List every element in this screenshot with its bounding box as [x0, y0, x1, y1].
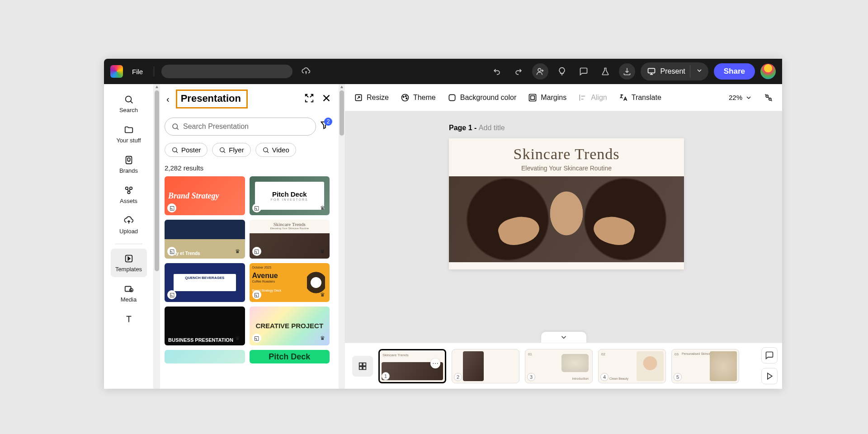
panel-search-input[interactable]: Search Presentation	[165, 118, 316, 136]
present-chevron-icon[interactable]	[690, 65, 704, 78]
zoom-value: 22%	[729, 94, 742, 101]
premium-icon: ♛	[318, 334, 327, 343]
slide-thumb-5[interactable]: 03Personalised Skincare5	[671, 349, 739, 383]
zoom-control[interactable]: 22%	[729, 94, 752, 101]
present-button[interactable]: Present	[641, 62, 708, 80]
rail-your-stuff[interactable]: Your stuff	[111, 120, 147, 148]
download-icon[interactable]	[619, 63, 635, 80]
template-card[interactable]: Pitch Deck	[250, 350, 330, 363]
rail-text[interactable]	[111, 309, 147, 329]
cloud-sync-icon[interactable]	[298, 63, 314, 80]
margins-button[interactable]: Margins	[528, 93, 566, 102]
grid-view-button[interactable]	[352, 356, 373, 377]
topbar: File Present Share	[104, 59, 782, 84]
slide-thumb-3[interactable]: 01Introduction3	[525, 349, 593, 383]
back-button[interactable]: ‹	[163, 92, 173, 106]
chip-video[interactable]: Video	[255, 143, 296, 157]
file-menu[interactable]: File	[128, 68, 146, 75]
assets-icon	[123, 185, 134, 196]
rail-templates[interactable]: Templates	[111, 249, 147, 277]
slide-thumb-4[interactable]: 02Clean Beauty4	[598, 349, 666, 383]
chip-poster-label: Poster	[181, 146, 201, 154]
panel-title: Presentation	[176, 90, 248, 108]
redo-icon[interactable]	[510, 63, 527, 80]
card-title: CREATIVE PROJECT	[250, 307, 330, 345]
rail-media-label: Media	[121, 296, 137, 303]
chip-flyer[interactable]: Flyer	[212, 143, 250, 157]
theme-button[interactable]: Theme	[401, 93, 436, 102]
rail-templates-label: Templates	[115, 266, 142, 273]
play-button[interactable]	[761, 368, 778, 384]
canvas-stage[interactable]: Page 1 - Add title Skincare Trends Eleva…	[345, 111, 782, 389]
multi-page-icon: ◱	[167, 290, 176, 299]
premium-icon: ♛	[318, 290, 327, 299]
background-color-button[interactable]: Background color	[448, 93, 517, 102]
rail-scrollbar[interactable]: ▲	[154, 84, 160, 389]
slide-image[interactable]	[449, 176, 684, 262]
template-card[interactable]: October 2023AvenueCoffee RoastersBrand S…	[250, 263, 330, 302]
svg-point-10	[173, 124, 178, 129]
invite-user-icon[interactable]	[532, 63, 548, 80]
slide-subtitle[interactable]: Elevating Your Skincare Routine	[449, 165, 684, 172]
template-grid: Brand Strategy◱ Pitch DeckFOR INVESTORS◱…	[163, 176, 331, 368]
thumb-image	[637, 351, 664, 381]
tray-collapse-button[interactable]	[541, 332, 586, 343]
rail-upload[interactable]: Upload	[111, 211, 147, 239]
panel-header: ‹ Presentation	[163, 90, 331, 108]
template-card[interactable]: Skincare TrendsElevating Your Skincare R…	[250, 220, 330, 259]
scroll-up-icon[interactable]: ▲	[154, 84, 160, 90]
page-label[interactable]: Page 1 - Add title	[449, 124, 505, 132]
undo-icon[interactable]	[489, 63, 505, 80]
expand-icon[interactable]	[304, 93, 314, 105]
template-card[interactable]: tality et Trends◱♛	[165, 220, 245, 259]
rail-search[interactable]: Search	[111, 90, 147, 118]
slide-canvas[interactable]: Skincare Trends Elevating Your Skincare …	[449, 138, 684, 269]
thumb-image	[561, 354, 589, 372]
results-count: 2,282 results	[165, 164, 330, 172]
rail-assets[interactable]: Assets	[111, 180, 147, 209]
close-icon[interactable]	[321, 93, 331, 105]
template-card[interactable]: Pitch DeckFOR INVESTORS◱♛	[250, 176, 330, 215]
slide-thumb-2[interactable]: 2	[452, 349, 519, 383]
align-label: Align	[591, 94, 607, 102]
avatar[interactable]	[760, 64, 776, 79]
share-button[interactable]: Share	[714, 63, 755, 80]
top-search-input[interactable]	[161, 65, 292, 78]
thumb-image	[463, 351, 484, 381]
template-card[interactable]: Brand Strategy◱	[165, 176, 245, 215]
template-card[interactable]	[165, 350, 245, 363]
panel-scrollbar[interactable]: ▲	[339, 84, 345, 389]
brand-icon	[123, 155, 134, 165]
template-card[interactable]: QUENCH BEVERAGES◱	[165, 263, 245, 302]
notes-button[interactable]	[761, 347, 778, 363]
template-card[interactable]: CREATIVE PROJECT◱♛	[250, 307, 330, 345]
slide-thumb-1[interactable]: Skincare Trends⋯1	[378, 349, 446, 383]
thumb-more-icon[interactable]: ⋯	[430, 359, 440, 368]
flask-icon[interactable]	[597, 63, 613, 80]
translate-button[interactable]: Translate	[619, 93, 661, 102]
rail-brands[interactable]: Brands	[111, 150, 147, 179]
template-card[interactable]: BUSINESS PRESENTATION♛	[165, 307, 245, 345]
svg-rect-24	[359, 363, 362, 365]
svg-rect-25	[363, 363, 366, 365]
chip-poster[interactable]: Poster	[165, 143, 208, 157]
premium-icon: ♛	[318, 203, 327, 212]
lightbulb-icon[interactable]	[554, 63, 570, 80]
premium-icon: ♛	[318, 247, 327, 256]
fit-view-button[interactable]	[764, 93, 773, 102]
multi-page-icon: ◱	[252, 334, 261, 343]
rail-upload-label: Upload	[119, 228, 138, 235]
scrollbar-thumb[interactable]	[155, 90, 159, 271]
filter-button[interactable]: 2	[320, 120, 330, 133]
slide-title[interactable]: Skincare Trends	[449, 146, 684, 163]
scrollbar-thumb[interactable]	[340, 90, 344, 136]
app-logo[interactable]	[110, 65, 123, 78]
scroll-up-icon[interactable]: ▲	[339, 84, 345, 90]
search-icon	[171, 123, 179, 131]
comment-icon[interactable]	[576, 63, 592, 80]
chevron-down-icon	[745, 94, 752, 101]
rail-media[interactable]: Media	[111, 279, 147, 307]
svg-point-13	[263, 147, 267, 151]
multi-page-icon: ◱	[167, 247, 176, 256]
resize-button[interactable]: Resize	[354, 93, 389, 102]
